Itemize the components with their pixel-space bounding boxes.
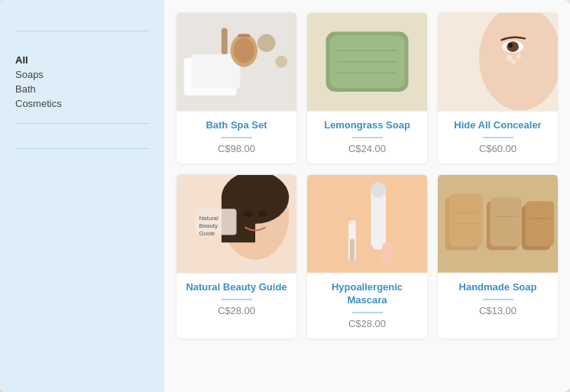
svg-rect-43 — [491, 198, 522, 247]
product-card[interactable]: Handmade SoapC$13.00 — [438, 174, 558, 339]
product-card[interactable]: Bath Spa SetC$98.00 — [177, 12, 296, 164]
product-price: C$28.00 — [218, 305, 255, 316]
svg-rect-41 — [449, 194, 483, 247]
svg-point-22 — [511, 60, 517, 65]
svg-rect-5 — [238, 34, 250, 37]
main-container: AllSoapsBathCosmetics — [0, 0, 570, 392]
sidebar-divider-mid — [15, 123, 149, 124]
sidebar: AllSoapsBathCosmetics — [0, 0, 164, 392]
product-card[interactable]: Natural Beauty Guide Natural Beauty Guid… — [177, 174, 296, 339]
product-image — [177, 12, 296, 112]
product-price: C$24.00 — [348, 143, 386, 154]
svg-rect-38 — [382, 242, 393, 264]
product-card[interactable]: Lemongrass SoapC$24.00 — [307, 12, 427, 164]
svg-text:Guide: Guide — [199, 230, 215, 237]
product-divider — [352, 137, 383, 138]
svg-point-6 — [257, 34, 276, 53]
svg-point-18 — [507, 42, 519, 53]
product-name: Handmade Soap — [453, 281, 543, 294]
product-price: C$28.00 — [348, 318, 386, 329]
sidebar-divider-top — [15, 31, 149, 31]
product-name: Hide All Concealer — [448, 119, 547, 132]
svg-point-21 — [517, 54, 521, 59]
product-price: C$60.00 — [479, 143, 517, 154]
svg-point-4 — [234, 38, 254, 63]
product-image: Natural Beauty Guide — [177, 174, 296, 274]
svg-rect-33 — [307, 175, 427, 273]
svg-text:Natural: Natural — [199, 215, 219, 222]
svg-point-28 — [258, 211, 267, 217]
product-card[interactable]: Hypoallergenic MascaraC$28.00 — [307, 174, 427, 339]
product-card[interactable]: Hide All ConcealerC$60.00 — [438, 12, 558, 164]
product-divider — [483, 137, 513, 138]
svg-rect-45 — [526, 201, 554, 246]
product-name: Bath Spa Set — [199, 119, 273, 132]
product-divider — [222, 137, 252, 138]
product-divider — [352, 312, 383, 313]
product-image — [307, 12, 427, 112]
product-image — [438, 12, 558, 112]
category-item[interactable]: All — [15, 53, 149, 67]
product-price: C$13.00 — [479, 305, 517, 316]
category-item[interactable]: Soaps — [15, 67, 149, 82]
svg-rect-37 — [350, 239, 355, 261]
product-image — [438, 174, 558, 274]
product-price: C$98.00 — [218, 143, 255, 154]
product-grid: Bath Spa SetC$98.00 Lemongrass SoapC$24.… — [177, 12, 558, 339]
product-area: Bath Spa SetC$98.00 Lemongrass SoapC$24.… — [164, 0, 570, 392]
svg-point-7 — [276, 56, 288, 68]
svg-text:Beauty: Beauty — [199, 222, 217, 229]
sidebar-divider-bottom — [15, 148, 149, 149]
product-name: Hypoallergenic Mascara — [307, 281, 427, 307]
category-item[interactable]: Bath — [15, 82, 149, 96]
svg-rect-35 — [371, 183, 386, 198]
category-item[interactable]: Cosmetics — [15, 96, 149, 111]
svg-point-19 — [508, 43, 513, 47]
product-name: Lemongrass Soap — [318, 119, 416, 132]
svg-point-27 — [243, 211, 252, 217]
product-name: Natural Beauty Guide — [180, 281, 293, 294]
svg-point-20 — [506, 55, 512, 61]
product-divider — [483, 299, 513, 300]
product-image — [307, 174, 427, 274]
svg-rect-8 — [222, 28, 228, 54]
product-divider — [222, 299, 252, 300]
category-list: AllSoapsBathCosmetics — [15, 53, 149, 111]
